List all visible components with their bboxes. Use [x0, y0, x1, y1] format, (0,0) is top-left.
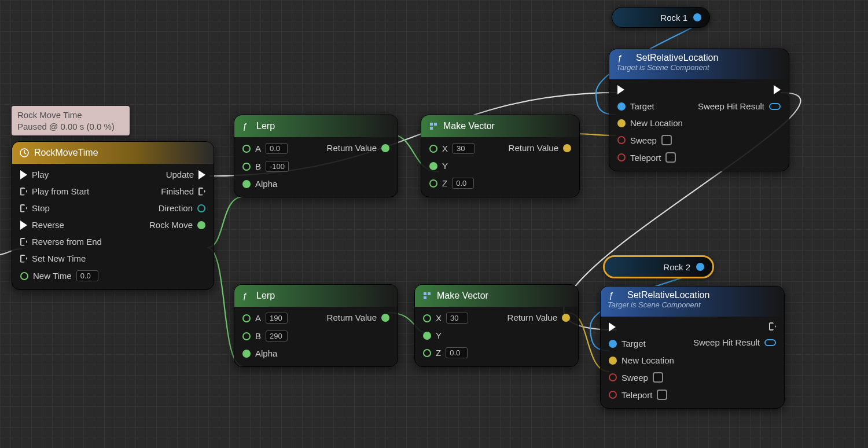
set-relative-location-node-2[interactable]: ƒ SetRelativeLocation Target is Scene Co… — [600, 286, 785, 409]
mv2-pin-y[interactable]: Y — [423, 331, 468, 340]
srl2-pin-newlocation[interactable]: New Location — [609, 355, 674, 365]
lerp1-pin-a[interactable]: A0.0 — [242, 143, 289, 154]
checkbox[interactable] — [665, 152, 676, 163]
node-title: Make Vector — [437, 291, 488, 301]
mv1-pin-x[interactable]: X30 — [429, 143, 475, 154]
timeline-input-reverse-from-end[interactable]: Reverse from End — [20, 237, 102, 247]
struct-icon — [422, 291, 432, 301]
timeline-output-update[interactable]: Update — [166, 170, 205, 179]
timeline-title: RockMoveTime — [34, 148, 98, 158]
function-icon: ƒ — [241, 121, 252, 131]
lerp1-pin-alpha[interactable]: Alpha — [242, 179, 289, 189]
checkbox[interactable] — [653, 372, 663, 383]
checkbox[interactable] — [657, 390, 667, 400]
node-subtitle: Target is Scene Component — [616, 63, 709, 72]
clock-icon — [19, 148, 30, 158]
lerp2-pin-return[interactable]: Return Value — [327, 313, 389, 322]
node-title: Lerp — [256, 291, 275, 301]
make-vector-node-1[interactable]: Make Vector X30 Y Z0.0 Return Value — [421, 115, 580, 197]
node-header: ƒ Lerp — [234, 115, 398, 137]
set-relative-location-node-1[interactable]: ƒ SetRelativeLocation Target is Scene Co… — [609, 49, 789, 171]
timeline-node[interactable]: RockMoveTime Play Play from Start Stop R… — [12, 141, 214, 290]
lerp2-pin-a[interactable]: A190 — [242, 313, 288, 324]
svg-rect-4 — [434, 123, 437, 126]
struct-pin-icon — [764, 339, 776, 346]
function-icon: ƒ — [241, 291, 252, 301]
node-header: ƒ SetRelativeLocation Target is Scene Co… — [609, 49, 789, 79]
node-title: SetRelativeLocation — [636, 53, 718, 63]
node-title: SetRelativeLocation — [627, 290, 709, 300]
timeline-new-time[interactable]: New Time 0.0 — [20, 270, 102, 281]
variable-node-rock1[interactable]: Rock 1 — [612, 7, 710, 28]
srl1-pin-newlocation[interactable]: New Location — [617, 118, 683, 128]
timeline-input-stop[interactable]: Stop — [20, 203, 102, 213]
srl1-exec-out[interactable] — [774, 85, 781, 94]
svg-rect-6 — [424, 292, 426, 295]
srl1-pin-target[interactable]: Target — [617, 101, 683, 111]
lerp1-pin-return[interactable]: Return Value — [327, 143, 389, 153]
node-title: Lerp — [256, 121, 275, 131]
mv2-pin-x[interactable]: X30 — [423, 313, 468, 324]
lerp2-pin-alpha[interactable]: Alpha — [242, 348, 288, 358]
srl2-exec-out[interactable] — [769, 322, 776, 331]
svg-rect-7 — [428, 292, 431, 295]
svg-rect-5 — [430, 127, 433, 130]
svg-rect-8 — [424, 296, 426, 299]
lerp1-pin-b[interactable]: B-100 — [242, 161, 289, 172]
node-header: Make Vector — [415, 285, 578, 307]
node-subtitle: Target is Scene Component — [608, 300, 701, 309]
timeline-output-track[interactable]: Rock Move — [149, 220, 205, 230]
srl2-exec-in[interactable] — [609, 322, 674, 332]
mv2-pin-return[interactable]: Return Value — [507, 313, 570, 322]
srl2-pin-teleport[interactable]: Teleport — [609, 390, 674, 400]
make-vector-node-2[interactable]: Make Vector X30 Y Z0.0 Return Value — [414, 284, 579, 367]
mv1-pin-return[interactable]: Return Value — [509, 143, 571, 153]
svg-rect-3 — [430, 123, 433, 126]
struct-icon — [428, 121, 439, 131]
object-pin-icon[interactable] — [696, 263, 704, 271]
timeline-input-set-new-time[interactable]: Set New Time — [20, 254, 102, 263]
mv1-pin-y[interactable]: Y — [429, 161, 475, 171]
byte-pin-icon — [197, 204, 205, 212]
comment-line1: Rock Move Time — [17, 109, 124, 121]
checkbox[interactable] — [661, 135, 672, 145]
function-icon: ƒ — [616, 53, 627, 63]
timeline-output-finished[interactable]: Finished — [161, 186, 205, 196]
variable-label: Rock 2 — [663, 262, 690, 272]
timeline-header: RockMoveTime — [12, 142, 214, 164]
srl2-pin-sweep[interactable]: Sweep — [609, 372, 674, 383]
new-time-value[interactable]: 0.0 — [76, 270, 98, 281]
svg-text:ƒ: ƒ — [242, 291, 247, 300]
srl1-exec-in[interactable] — [617, 85, 683, 94]
svg-text:ƒ: ƒ — [242, 122, 247, 131]
node-header: ƒ SetRelativeLocation Target is Scene Co… — [601, 287, 784, 317]
timeline-input-play-from-start[interactable]: Play from Start — [20, 186, 102, 196]
node-title: Make Vector — [443, 121, 495, 131]
srl1-pin-sweep[interactable]: Sweep — [617, 135, 683, 145]
float-pin-icon — [197, 221, 205, 229]
svg-text:ƒ: ƒ — [609, 291, 613, 300]
function-icon: ƒ — [608, 290, 618, 300]
srl2-pin-sweephit[interactable]: Sweep Hit Result — [693, 337, 776, 347]
timeline-output-direction[interactable]: Direction — [159, 203, 205, 213]
mv1-pin-z[interactable]: Z0.0 — [429, 178, 475, 189]
timeline-input-reverse[interactable]: Reverse — [20, 220, 102, 230]
lerp2-pin-b[interactable]: B290 — [242, 331, 288, 341]
svg-text:ƒ: ƒ — [617, 53, 622, 63]
variable-node-rock2[interactable]: Rock 2 — [604, 256, 713, 277]
timeline-input-play[interactable]: Play — [20, 170, 102, 179]
struct-pin-icon — [769, 103, 781, 110]
node-header: Make Vector — [421, 115, 579, 137]
node-header: ƒ Lerp — [234, 285, 398, 307]
mv2-pin-z[interactable]: Z0.0 — [423, 347, 468, 358]
comment-line2: Paused @ 0.00 s (0.0 %) — [17, 121, 124, 133]
lerp-node-1[interactable]: ƒ Lerp A0.0 B-100 Alpha Return Value — [234, 115, 398, 197]
object-pin-icon[interactable] — [693, 13, 701, 21]
float-pin-icon — [20, 272, 28, 280]
srl1-pin-sweephit[interactable]: Sweep Hit Result — [698, 101, 781, 111]
variable-label: Rock 1 — [660, 13, 687, 23]
comment-box: Rock Move Time Paused @ 0.00 s (0.0 %) — [12, 106, 130, 135]
srl1-pin-teleport[interactable]: Teleport — [617, 152, 683, 163]
lerp-node-2[interactable]: ƒ Lerp A190 B290 Alpha Return Value — [234, 284, 398, 367]
srl2-pin-target[interactable]: Target — [609, 339, 674, 348]
